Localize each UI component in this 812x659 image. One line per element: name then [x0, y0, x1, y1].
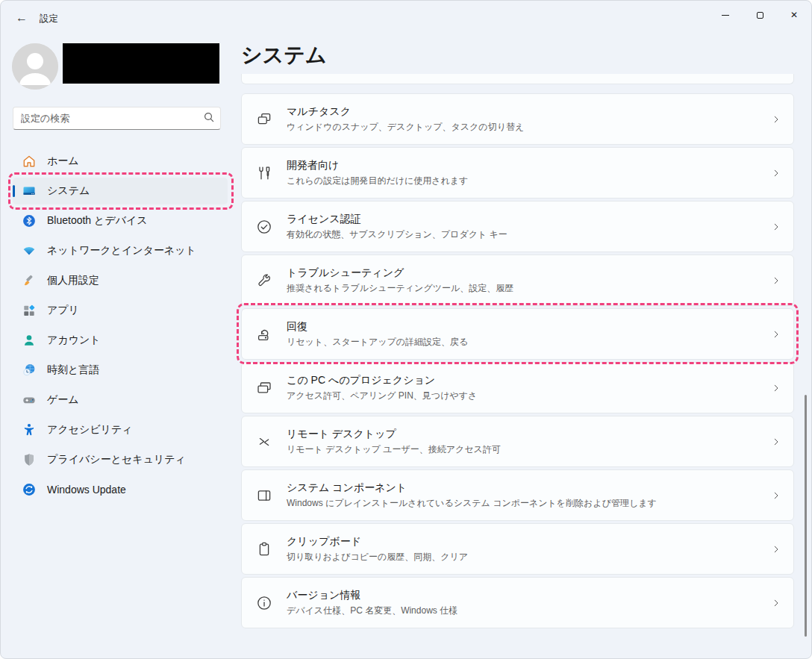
settings-card-activation[interactable]: ライセンス認証 有効化の状態、サブスクリプション、プロダクト キー: [241, 201, 794, 252]
sidebar-item-bluetooth[interactable]: Bluetooth とデバイス: [13, 207, 228, 234]
settings-card-projection[interactable]: この PC へのプロジェクション アクセス許可、ペアリング PIN、見つけやすさ: [241, 362, 794, 413]
projection-icon: [254, 378, 274, 398]
developers-icon: [254, 163, 274, 183]
card-subtitle: リモート デスクトップ ユーザー、接続アクセス許可: [287, 443, 501, 456]
card-text: 回復 リセット、スタートアップの詳細設定、戻る: [287, 320, 468, 349]
settings-card-multitasking[interactable]: マルチタスク ウィンドウのスナップ、デスクトップ、タスクの切り替え: [241, 93, 794, 145]
sidebar-item-accounts[interactable]: アカウント: [13, 327, 228, 354]
chevron-right-icon: [771, 544, 781, 555]
multitasking-icon: [254, 110, 274, 129]
chevron-right-icon: [771, 168, 781, 178]
card-subtitle: これらの設定は開発目的だけに使用されます: [287, 175, 468, 187]
sidebar-item-label: アプリ: [47, 304, 79, 317]
sidebar-item-label: ホーム: [47, 154, 79, 168]
settings-card-about[interactable]: バージョン情報 デバイス仕様、PC 名変更、Windows 仕様: [241, 577, 794, 628]
avatar: [12, 43, 58, 90]
user-profile[interactable]: [12, 43, 228, 90]
gaming-icon: [22, 393, 37, 407]
settings-card-list: マルチタスク ウィンドウのスナップ、デスクトップ、タスクの切り替え 開発者向け …: [241, 74, 794, 631]
card-subtitle: デバイス仕様、PC 名変更、Windows 仕様: [287, 605, 457, 617]
window-controls: ✕: [708, 1, 811, 29]
chevron-right-icon: [771, 329, 781, 340]
card-subtitle: 推奨されるトラブルシューティングツール、設定、履歴: [287, 282, 513, 295]
selected-indicator: [13, 185, 15, 197]
sidebar-item-label: ネットワークとインターネット: [47, 244, 196, 257]
sidebar-item-gaming[interactable]: ゲーム: [13, 387, 228, 413]
personalization-icon: [22, 273, 37, 288]
sidebar-nav: ホーム システム Bluetooth とデバイス ネットワークとインターネット …: [13, 148, 228, 506]
card-text: システム コンポーネント Windows にプレインストールされているシステム …: [287, 481, 657, 510]
recovery-icon: [254, 325, 274, 344]
sidebar-item-label: Bluetooth とデバイス: [47, 214, 148, 228]
settings-card-developers[interactable]: 開発者向け これらの設定は開発目的だけに使用されます: [241, 147, 794, 199]
card-text: トラブルシューティング 推奨されるトラブルシューティングツール、設定、履歴: [287, 266, 513, 295]
sidebar-item-personalization[interactable]: 個人用設定: [13, 267, 228, 294]
search-box[interactable]: [13, 107, 221, 130]
chevron-right-icon: [771, 222, 781, 232]
card-title: トラブルシューティング: [287, 266, 513, 280]
network-icon: [22, 243, 37, 258]
card-title: システム コンポーネント: [287, 481, 657, 495]
card-subtitle: アクセス許可、ペアリング PIN、見つけやすさ: [287, 390, 477, 402]
settings-card-clipboard[interactable]: クリップボード 切り取りおよびコピーの履歴、同期、クリア: [241, 523, 794, 575]
card-title: リモート デスクトップ: [287, 428, 501, 441]
settings-card-troubleshoot[interactable]: トラブルシューティング 推奨されるトラブルシューティングツール、設定、履歴: [241, 254, 794, 306]
search-icon: [204, 112, 214, 125]
scrollbar-thumb[interactable]: [805, 395, 807, 637]
back-button[interactable]: ←: [11, 8, 32, 28]
card-title: ライセンス認証: [287, 213, 508, 226]
sidebar-item-system[interactable]: システム: [13, 178, 228, 204]
minimize-button[interactable]: [708, 1, 743, 29]
settings-card-system-components[interactable]: システム コンポーネント Windows にプレインストールされているシステム …: [241, 469, 794, 521]
sidebar-item-home[interactable]: ホーム: [13, 148, 228, 175]
card-title: バージョン情報: [287, 589, 457, 602]
chevron-right-icon: [771, 383, 781, 393]
search-input[interactable]: [21, 113, 204, 124]
card-text: ライセンス認証 有効化の状態、サブスクリプション、プロダクト キー: [287, 213, 508, 241]
close-button[interactable]: ✕: [777, 1, 811, 29]
card-title: クリップボード: [287, 535, 468, 549]
card-title: 開発者向け: [287, 159, 468, 172]
maximize-icon: [757, 12, 763, 19]
card-subtitle: リセット、スタートアップの詳細設定、戻る: [287, 336, 468, 349]
card-title: マルチタスク: [287, 105, 524, 119]
card-text: リモート デスクトップ リモート デスクトップ ユーザー、接続アクセス許可: [287, 428, 501, 456]
chevron-right-icon: [771, 114, 781, 125]
system-icon: [22, 184, 37, 199]
system-components-icon: [254, 486, 274, 505]
sidebar-item-time-language[interactable]: 時刻と言語: [13, 357, 228, 384]
bluetooth-icon: [22, 213, 37, 228]
title-bar: ← 設定 ✕: [1, 1, 811, 34]
maximize-button[interactable]: [743, 1, 777, 29]
highlight-dashed-border: [8, 172, 234, 210]
about-icon: [254, 593, 274, 613]
card-text: バージョン情報 デバイス仕様、PC 名変更、Windows 仕様: [287, 589, 457, 617]
settings-card-recovery[interactable]: 回復 リセット、スタートアップの詳細設定、戻る: [241, 308, 794, 360]
sidebar-item-privacy[interactable]: プライバシーとセキュリティ: [13, 446, 228, 473]
settings-card-remote-desktop[interactable]: リモート デスクトップ リモート デスクトップ ユーザー、接続アクセス許可: [241, 416, 794, 467]
chevron-right-icon: [771, 598, 781, 608]
app-title: 設定: [40, 13, 58, 25]
apps-icon: [22, 303, 37, 318]
sidebar-item-label: 個人用設定: [47, 274, 99, 287]
card-subtitle: 有効化の状態、サブスクリプション、プロダクト キー: [287, 228, 508, 241]
card-subtitle: 切り取りおよびコピーの履歴、同期、クリア: [287, 551, 468, 563]
sidebar-item-apps[interactable]: アプリ: [13, 297, 228, 324]
accessibility-icon: [22, 422, 37, 437]
close-icon: ✕: [790, 10, 798, 19]
sidebar-item-accessibility[interactable]: アクセシビリティ: [13, 416, 228, 443]
activation-icon: [254, 217, 274, 237]
clipboard-icon: [254, 540, 274, 559]
card-title: 回復: [287, 320, 468, 334]
card-subtitle: ウィンドウのスナップ、デスクトップ、タスクの切り替え: [287, 121, 524, 134]
sidebar-item-network[interactable]: ネットワークとインターネット: [13, 237, 228, 264]
chevron-right-icon: [771, 275, 781, 286]
time-language-icon: [22, 363, 37, 378]
troubleshoot-icon: [254, 271, 274, 290]
sidebar-item-windows-update[interactable]: Windows Update: [13, 476, 228, 503]
sidebar-item-label: システム: [47, 184, 90, 198]
privacy-icon: [22, 452, 37, 467]
partial-card-top[interactable]: [241, 74, 794, 84]
card-text: 開発者向け これらの設定は開発目的だけに使用されます: [287, 159, 468, 187]
minimize-icon: [722, 15, 729, 16]
